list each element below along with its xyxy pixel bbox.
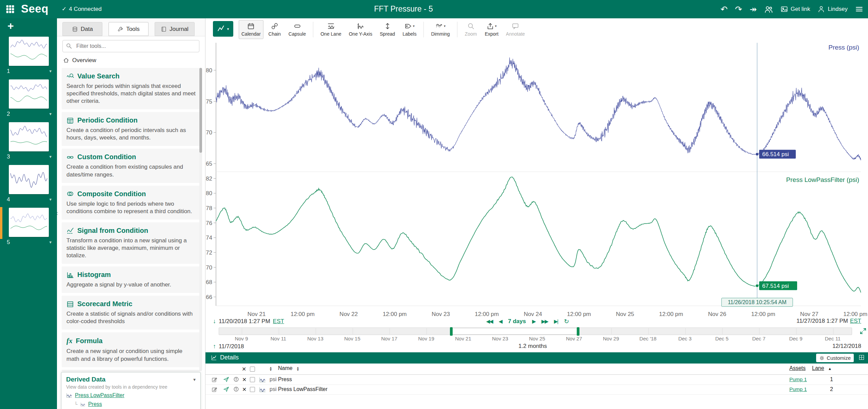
table-row[interactable]: ✕psiPressPump 11 xyxy=(205,375,868,385)
button-label: Chain xyxy=(269,31,281,37)
one-y-axis-button[interactable]: One Y-Axis xyxy=(346,20,375,39)
add-worksheet-button[interactable]: + xyxy=(7,20,14,32)
tool-item-value-search[interactable]: Value SearchSearch for periods within si… xyxy=(62,68,201,109)
remove-icon[interactable]: ✕ xyxy=(242,386,246,393)
expand-range-icon[interactable] xyxy=(860,328,867,335)
search-input[interactable] xyxy=(76,40,197,52)
duration-button[interactable]: 7 days xyxy=(508,318,526,325)
tool-item-composite-condition[interactable]: Composite ConditionUse simple logic to f… xyxy=(62,186,201,220)
connection-status[interactable]: ✓ 4 Connected xyxy=(62,5,102,13)
periodic-condition-icon xyxy=(66,117,74,124)
chevron-down-icon[interactable]: ▾ xyxy=(49,111,52,116)
range-handle-right[interactable] xyxy=(577,327,579,336)
info-icon[interactable] xyxy=(233,376,239,382)
capsule-button[interactable]: Capsule xyxy=(286,20,309,39)
range-tick-label: Nov 29 xyxy=(603,336,619,341)
sort-icon[interactable]: ▲▼ xyxy=(269,367,272,371)
export-button[interactable]: ▾Export xyxy=(482,20,501,39)
tool-description: Use simple logic to find periods where t… xyxy=(66,200,196,215)
button-label: Calendar xyxy=(241,31,261,37)
overview-link[interactable]: Overview xyxy=(63,57,96,64)
signal-icon xyxy=(259,376,266,383)
view-selector-button[interactable]: ▾ xyxy=(213,21,233,37)
send-icon[interactable] xyxy=(223,376,229,383)
asset-link[interactable]: Pump 1 xyxy=(789,376,807,382)
one-lane-button[interactable]: One Lane xyxy=(318,20,344,39)
derived-item-link[interactable]: Press LowPassFilter xyxy=(75,392,124,398)
tab-data[interactable]: Data xyxy=(62,22,102,36)
trend-chart[interactable]: 65707580666870727476788082Nov 2112:00 pm… xyxy=(205,40,868,322)
tool-item-custom-condition[interactable]: Custom ConditionCreate a condition from … xyxy=(62,149,201,183)
timezone-link[interactable]: EST xyxy=(850,318,861,324)
get-link-button[interactable]: Get link xyxy=(781,5,810,13)
tool-item-histogram[interactable]: HistogramAggregate a signal by y-value o… xyxy=(62,266,201,293)
investigate-range-icon[interactable]: ↑ xyxy=(213,343,216,350)
worksheet-thumbnail-4[interactable] xyxy=(9,165,49,194)
tab-tools[interactable]: Tools xyxy=(108,22,149,36)
worksheet-thumbnail-5[interactable] xyxy=(9,208,49,237)
edit-icon[interactable] xyxy=(212,376,218,383)
collapse-panel-icon[interactable]: « xyxy=(57,209,58,217)
redo-icon[interactable]: ↷ xyxy=(735,5,742,14)
add-column-icon[interactable] xyxy=(859,354,865,360)
info-icon[interactable] xyxy=(233,386,239,392)
tool-item-signal-from-condition[interactable]: Signal from ConditionTransform a conditi… xyxy=(62,222,201,264)
tool-item-low-pass-filter[interactable]: Low Pass FilterFilter a signal to pass f… xyxy=(62,370,201,371)
dimming-button[interactable]: ▾Dimming xyxy=(428,20,452,39)
derived-item-link[interactable]: Press xyxy=(88,401,102,407)
timezone-link[interactable]: EST xyxy=(273,318,284,325)
step-forward-button[interactable]: ▶ xyxy=(532,318,535,324)
fast-forward-button[interactable]: ▶▶ xyxy=(541,318,548,324)
database-icon xyxy=(72,26,78,32)
chevron-down-icon[interactable]: ▾ xyxy=(49,197,52,202)
tool-item-scorecard-metric[interactable]: Scorecard MetricCreate a statistic of si… xyxy=(62,296,201,330)
user-menu[interactable]: Lindsey xyxy=(817,5,848,13)
labels-button[interactable]: ▾Labels xyxy=(400,20,419,39)
select-all-checkbox[interactable] xyxy=(250,367,255,372)
spread-button[interactable]: Spread xyxy=(377,20,398,39)
customize-button[interactable]: Customize xyxy=(816,354,854,362)
calendar-button[interactable]: Calendar xyxy=(239,20,263,39)
assets-column-header[interactable]: Assets xyxy=(789,365,806,371)
refresh-icon[interactable]: ↻ xyxy=(564,318,569,325)
press-lowpassfilter-series[interactable] xyxy=(216,177,861,293)
range-track[interactable] xyxy=(219,328,852,335)
tool-item-formula[interactable]: fxFormulaCreate a new signal or conditio… xyxy=(62,332,201,367)
scrollbar-thumb[interactable] xyxy=(199,68,202,153)
svg-text:11/26/2018 10:25:54 AM: 11/26/2018 10:25:54 AM xyxy=(728,299,786,305)
sort-icon[interactable]: ▲▼ xyxy=(296,367,299,371)
menu-icon[interactable] xyxy=(855,5,863,13)
press-series[interactable] xyxy=(216,57,861,160)
tab-journal[interactable]: Journal xyxy=(155,22,195,36)
chevron-down-icon[interactable]: ▾ xyxy=(49,154,52,159)
chevron-down-icon[interactable]: ▾ xyxy=(193,377,196,382)
remove-all-icon[interactable]: ✕ xyxy=(242,366,246,372)
y-tick-label: 80 xyxy=(206,67,212,74)
users-icon[interactable] xyxy=(764,5,773,14)
forward-icon[interactable]: ↠ xyxy=(750,5,757,14)
row-checkbox[interactable] xyxy=(250,377,255,382)
apps-grid-icon[interactable] xyxy=(5,4,15,14)
investigate-start-icon[interactable]: ↓ xyxy=(213,318,216,325)
edit-icon[interactable] xyxy=(212,386,218,392)
send-icon[interactable] xyxy=(223,386,229,392)
remove-icon[interactable]: ✕ xyxy=(242,376,246,383)
table-row[interactable]: ✕psiPress LowPassFilterPump 12 xyxy=(205,385,868,395)
worksheet-thumbnail-2[interactable] xyxy=(9,79,49,109)
row-checkbox[interactable] xyxy=(250,387,255,392)
chevron-down-icon[interactable]: ▾ xyxy=(49,69,52,74)
worksheet-thumbnail-3[interactable] xyxy=(9,122,49,151)
range-handle-left[interactable] xyxy=(450,327,453,336)
worksheet-thumbnail-1[interactable] xyxy=(9,37,49,66)
asset-link[interactable]: Pump 1 xyxy=(789,386,807,392)
lane-column-header[interactable]: Lane xyxy=(812,365,824,371)
range-selection[interactable] xyxy=(451,328,578,335)
step-back-button[interactable]: ◀ xyxy=(499,318,502,324)
tool-item-periodic-condition[interactable]: Periodic ConditionCreate a condition of … xyxy=(62,112,201,146)
name-column-header[interactable]: Name xyxy=(278,365,293,371)
chevron-down-icon[interactable]: ▾ xyxy=(49,240,52,245)
chain-button[interactable]: Chain xyxy=(265,20,284,39)
undo-icon[interactable]: ↶ xyxy=(721,5,728,14)
step-to-end-button[interactable]: ▶| xyxy=(554,318,558,324)
rewind-button[interactable]: ◀◀ xyxy=(486,318,493,324)
